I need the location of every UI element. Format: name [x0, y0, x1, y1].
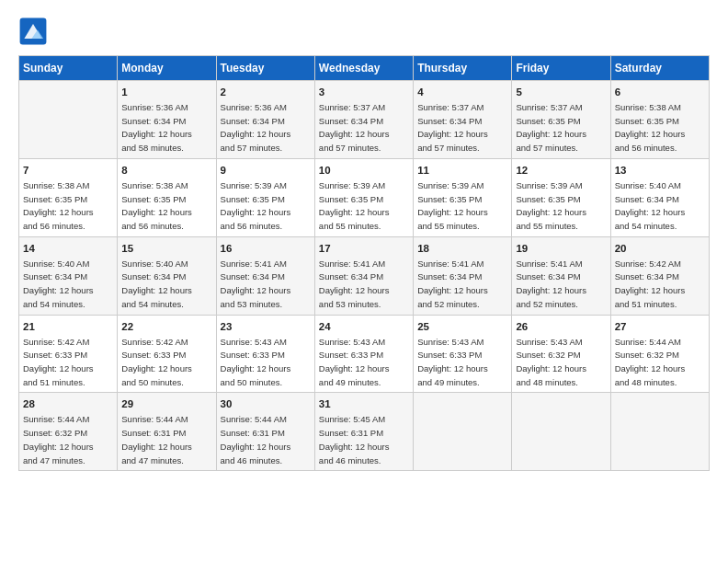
- day-info: Sunrise: 5:42 AM Sunset: 6:33 PM Dayligh…: [23, 337, 94, 387]
- week-row-5: 28Sunrise: 5:44 AM Sunset: 6:32 PM Dayli…: [19, 393, 710, 471]
- calendar-cell: 9Sunrise: 5:39 AM Sunset: 6:35 PM Daylig…: [216, 158, 314, 236]
- day-info: Sunrise: 5:39 AM Sunset: 6:35 PM Dayligh…: [319, 180, 390, 231]
- week-row-4: 21Sunrise: 5:42 AM Sunset: 6:33 PM Dayli…: [19, 315, 710, 393]
- day-number: 27: [615, 319, 705, 334]
- day-number: 13: [615, 163, 705, 178]
- col-header-wednesday: Wednesday: [314, 56, 413, 81]
- week-row-3: 14Sunrise: 5:40 AM Sunset: 6:34 PM Dayli…: [19, 236, 710, 315]
- calendar-cell: [610, 393, 709, 471]
- calendar-cell: 17Sunrise: 5:41 AM Sunset: 6:34 PM Dayli…: [314, 236, 413, 315]
- col-header-tuesday: Tuesday: [216, 56, 314, 81]
- calendar-table: SundayMondayTuesdayWednesdayThursdayFrid…: [18, 55, 710, 471]
- day-number: 22: [121, 319, 211, 334]
- day-number: 4: [417, 85, 507, 99]
- day-number: 16: [221, 241, 311, 256]
- header: [18, 17, 710, 46]
- calendar-cell: 23Sunrise: 5:43 AM Sunset: 6:33 PM Dayli…: [216, 315, 314, 393]
- calendar-cell: 14Sunrise: 5:40 AM Sunset: 6:34 PM Dayli…: [19, 236, 118, 315]
- day-number: 29: [121, 396, 211, 411]
- calendar-cell: 20Sunrise: 5:42 AM Sunset: 6:34 PM Dayli…: [610, 236, 709, 315]
- day-info: Sunrise: 5:39 AM Sunset: 6:35 PM Dayligh…: [516, 180, 586, 231]
- day-number: 3: [319, 85, 409, 99]
- calendar-cell: 13Sunrise: 5:40 AM Sunset: 6:34 PM Dayli…: [610, 158, 709, 236]
- day-info: Sunrise: 5:37 AM Sunset: 6:34 PM Dayligh…: [417, 102, 488, 153]
- col-header-thursday: Thursday: [414, 56, 512, 81]
- calendar-cell: 3Sunrise: 5:37 AM Sunset: 6:34 PM Daylig…: [314, 81, 413, 159]
- day-number: 11: [417, 163, 507, 178]
- day-number: 10: [319, 163, 409, 178]
- col-header-monday: Monday: [118, 56, 216, 81]
- calendar-cell: 29Sunrise: 5:44 AM Sunset: 6:31 PM Dayli…: [118, 393, 216, 471]
- calendar-cell: 31Sunrise: 5:45 AM Sunset: 6:31 PM Dayli…: [314, 393, 413, 471]
- calendar-cell: 10Sunrise: 5:39 AM Sunset: 6:35 PM Dayli…: [314, 158, 413, 236]
- day-number: 6: [615, 85, 705, 99]
- week-row-1: 1Sunrise: 5:36 AM Sunset: 6:34 PM Daylig…: [19, 81, 710, 159]
- day-info: Sunrise: 5:44 AM Sunset: 6:32 PM Dayligh…: [23, 414, 94, 465]
- calendar-cell: 11Sunrise: 5:39 AM Sunset: 6:35 PM Dayli…: [414, 158, 512, 236]
- day-info: Sunrise: 5:37 AM Sunset: 6:34 PM Dayligh…: [319, 102, 390, 153]
- col-header-friday: Friday: [512, 56, 610, 81]
- page: SundayMondayTuesdayWednesdayThursdayFrid…: [0, 0, 728, 563]
- day-number: 14: [23, 241, 113, 256]
- day-info: Sunrise: 5:40 AM Sunset: 6:34 PM Dayligh…: [23, 259, 94, 309]
- day-info: Sunrise: 5:43 AM Sunset: 6:33 PM Dayligh…: [319, 337, 390, 387]
- day-info: Sunrise: 5:44 AM Sunset: 6:31 PM Dayligh…: [121, 414, 192, 465]
- calendar-cell: 21Sunrise: 5:42 AM Sunset: 6:33 PM Dayli…: [19, 315, 118, 393]
- day-number: 25: [417, 319, 507, 334]
- day-number: 30: [221, 396, 311, 411]
- day-info: Sunrise: 5:42 AM Sunset: 6:33 PM Dayligh…: [121, 337, 192, 387]
- day-number: 26: [516, 319, 606, 334]
- day-number: 5: [516, 85, 606, 99]
- day-info: Sunrise: 5:40 AM Sunset: 6:34 PM Dayligh…: [615, 180, 686, 231]
- calendar-cell: [414, 393, 512, 471]
- day-info: Sunrise: 5:42 AM Sunset: 6:34 PM Dayligh…: [615, 259, 686, 309]
- day-info: Sunrise: 5:41 AM Sunset: 6:34 PM Dayligh…: [319, 259, 390, 309]
- calendar-cell: [512, 393, 610, 471]
- calendar-cell: 26Sunrise: 5:43 AM Sunset: 6:32 PM Dayli…: [512, 315, 610, 393]
- calendar-cell: 6Sunrise: 5:38 AM Sunset: 6:35 PM Daylig…: [610, 81, 709, 159]
- day-number: 12: [516, 163, 606, 178]
- calendar-cell: 25Sunrise: 5:43 AM Sunset: 6:33 PM Dayli…: [414, 315, 512, 393]
- calendar-cell: [19, 81, 118, 159]
- day-info: Sunrise: 5:36 AM Sunset: 6:34 PM Dayligh…: [121, 102, 192, 153]
- calendar-cell: 7Sunrise: 5:38 AM Sunset: 6:35 PM Daylig…: [19, 158, 118, 236]
- calendar-cell: 12Sunrise: 5:39 AM Sunset: 6:35 PM Dayli…: [512, 158, 610, 236]
- day-info: Sunrise: 5:38 AM Sunset: 6:35 PM Dayligh…: [615, 102, 686, 153]
- logo: [18, 17, 51, 46]
- calendar-cell: 18Sunrise: 5:41 AM Sunset: 6:34 PM Dayli…: [414, 236, 512, 315]
- day-info: Sunrise: 5:39 AM Sunset: 6:35 PM Dayligh…: [417, 180, 488, 231]
- day-number: 1: [121, 85, 211, 99]
- day-info: Sunrise: 5:43 AM Sunset: 6:33 PM Dayligh…: [417, 337, 488, 387]
- day-info: Sunrise: 5:43 AM Sunset: 6:33 PM Dayligh…: [221, 337, 291, 387]
- day-info: Sunrise: 5:37 AM Sunset: 6:35 PM Dayligh…: [516, 102, 586, 153]
- calendar-cell: 22Sunrise: 5:42 AM Sunset: 6:33 PM Dayli…: [118, 315, 216, 393]
- calendar-cell: 8Sunrise: 5:38 AM Sunset: 6:35 PM Daylig…: [118, 158, 216, 236]
- day-info: Sunrise: 5:41 AM Sunset: 6:34 PM Dayligh…: [221, 259, 291, 309]
- day-number: 18: [417, 241, 507, 256]
- day-info: Sunrise: 5:41 AM Sunset: 6:34 PM Dayligh…: [516, 259, 586, 309]
- day-number: 31: [319, 396, 409, 411]
- day-info: Sunrise: 5:45 AM Sunset: 6:31 PM Dayligh…: [319, 414, 390, 465]
- day-number: 8: [121, 163, 211, 178]
- week-row-2: 7Sunrise: 5:38 AM Sunset: 6:35 PM Daylig…: [19, 158, 710, 236]
- calendar-cell: 15Sunrise: 5:40 AM Sunset: 6:34 PM Dayli…: [118, 236, 216, 315]
- calendar-cell: 27Sunrise: 5:44 AM Sunset: 6:32 PM Dayli…: [610, 315, 709, 393]
- calendar-cell: 19Sunrise: 5:41 AM Sunset: 6:34 PM Dayli…: [512, 236, 610, 315]
- day-number: 20: [615, 241, 705, 256]
- day-info: Sunrise: 5:44 AM Sunset: 6:31 PM Dayligh…: [221, 414, 291, 465]
- day-info: Sunrise: 5:41 AM Sunset: 6:34 PM Dayligh…: [417, 259, 488, 309]
- day-number: 23: [221, 319, 311, 334]
- calendar-body: 1Sunrise: 5:36 AM Sunset: 6:34 PM Daylig…: [19, 81, 710, 471]
- day-number: 21: [23, 319, 113, 334]
- calendar-cell: 16Sunrise: 5:41 AM Sunset: 6:34 PM Dayli…: [216, 236, 314, 315]
- day-number: 24: [319, 319, 409, 334]
- day-info: Sunrise: 5:38 AM Sunset: 6:35 PM Dayligh…: [23, 180, 94, 231]
- day-info: Sunrise: 5:43 AM Sunset: 6:32 PM Dayligh…: [516, 337, 586, 387]
- day-info: Sunrise: 5:38 AM Sunset: 6:35 PM Dayligh…: [121, 180, 192, 231]
- calendar-cell: 1Sunrise: 5:36 AM Sunset: 6:34 PM Daylig…: [118, 81, 216, 159]
- day-info: Sunrise: 5:39 AM Sunset: 6:35 PM Dayligh…: [221, 180, 291, 231]
- calendar-cell: 4Sunrise: 5:37 AM Sunset: 6:34 PM Daylig…: [414, 81, 512, 159]
- logo-icon: [18, 17, 48, 46]
- calendar-cell: 2Sunrise: 5:36 AM Sunset: 6:34 PM Daylig…: [216, 81, 314, 159]
- day-number: 7: [23, 163, 113, 178]
